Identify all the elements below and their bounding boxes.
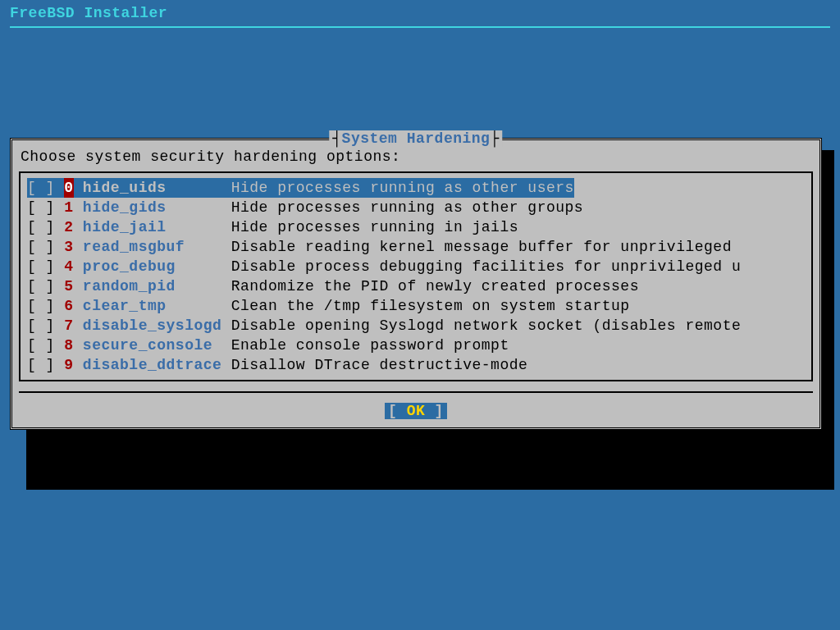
- option-random_pid[interactable]: [ ] 5 random_pid Randomize the PID of ne…: [27, 276, 805, 296]
- options-list: [ ] 0 hide_uids Hide processes running a…: [19, 171, 813, 381]
- checkbox-icon[interactable]: [ ]: [27, 276, 64, 296]
- app-title: FreeBSD Installer: [0, 0, 840, 26]
- option-description: Hide processes running as other groups: [231, 198, 583, 217]
- option-name: proc_debug: [74, 257, 231, 276]
- option-description: Randomize the PID of newly created proce…: [231, 276, 639, 296]
- option-name: read_msgbuf: [74, 237, 231, 257]
- option-number: 3: [64, 237, 73, 257]
- header-divider: [10, 26, 830, 28]
- option-description: Disable reading kernel message buffer fo…: [231, 237, 732, 257]
- checkbox-icon[interactable]: [ ]: [27, 237, 64, 257]
- option-hide_uids[interactable]: [ ] 0 hide_uids Hide processes running a…: [27, 178, 805, 198]
- option-hide_jail[interactable]: [ ] 2 hide_jail Hide processes running i…: [27, 217, 805, 237]
- checkbox-icon[interactable]: [ ]: [27, 355, 64, 375]
- option-name: clear_tmp: [74, 296, 231, 316]
- option-name: secure_console: [74, 336, 231, 355]
- option-number: 5: [64, 276, 73, 296]
- option-name: hide_uids: [74, 178, 231, 198]
- option-number: 4: [64, 257, 73, 276]
- dialog-title: ┤System Hardening├: [329, 130, 502, 147]
- option-description: Enable console password prompt: [231, 336, 509, 355]
- option-read_msgbuf[interactable]: [ ] 3 read_msgbuf Disable reading kernel…: [27, 237, 805, 257]
- option-description: Clean the /tmp filesystem on system star…: [231, 296, 630, 316]
- dialog-separator: [19, 391, 813, 393]
- option-number: 7: [64, 316, 73, 336]
- option-name: hide_jail: [74, 217, 231, 237]
- option-name: disable_syslogd: [74, 316, 231, 336]
- checkbox-icon[interactable]: [ ]: [27, 316, 64, 336]
- hardening-dialog: ┤System Hardening├ Choose system securit…: [10, 138, 822, 430]
- option-hide_gids[interactable]: [ ] 1 hide_gids Hide processes running a…: [27, 198, 805, 217]
- checkbox-icon[interactable]: [ ]: [27, 178, 64, 198]
- option-disable_syslogd[interactable]: [ ] 7 disable_syslogd Disable opening Sy…: [27, 316, 805, 336]
- checkbox-icon[interactable]: [ ]: [27, 336, 64, 355]
- option-number: 8: [64, 336, 73, 355]
- option-description: Hide processes running in jails: [231, 217, 518, 237]
- option-proc_debug[interactable]: [ ] 4 proc_debug Disable process debuggi…: [27, 257, 805, 276]
- option-description: Disallow DTrace destructive-mode: [231, 355, 528, 375]
- option-name: hide_gids: [74, 198, 231, 217]
- option-number: 1: [64, 198, 73, 217]
- checkbox-icon[interactable]: [ ]: [27, 198, 64, 217]
- option-number: 9: [64, 355, 73, 375]
- option-secure_console[interactable]: [ ] 8 secure_console Enable console pass…: [27, 336, 805, 355]
- option-description: Disable process debugging facilities for…: [231, 257, 742, 276]
- checkbox-icon[interactable]: [ ]: [27, 257, 64, 276]
- option-name: disable_ddtrace: [74, 355, 231, 375]
- option-clear_tmp[interactable]: [ ] 6 clear_tmp Clean the /tmp filesyste…: [27, 296, 805, 316]
- option-number: 2: [64, 217, 73, 237]
- option-description: Hide processes running as other users: [231, 178, 574, 198]
- checkbox-icon[interactable]: [ ]: [27, 217, 64, 237]
- option-number: 0: [64, 178, 73, 198]
- ok-button[interactable]: [ OK ]: [385, 403, 447, 419]
- option-name: random_pid: [74, 276, 231, 296]
- option-number: 6: [64, 296, 73, 316]
- checkbox-icon[interactable]: [ ]: [27, 296, 64, 316]
- option-description: Disable opening Syslogd network socket (…: [231, 316, 742, 336]
- option-disable_ddtrace[interactable]: [ ] 9 disable_ddtrace Disallow DTrace de…: [27, 355, 805, 375]
